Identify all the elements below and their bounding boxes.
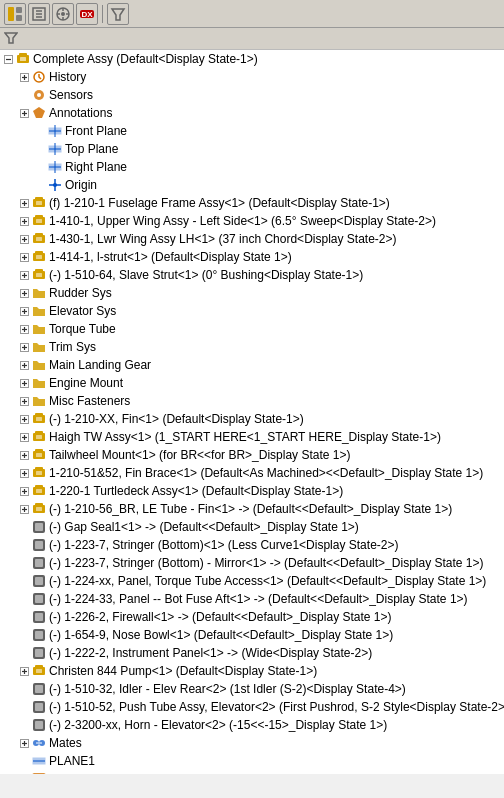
tree-item[interactable]: 1-410-1, Upper Wing Assy - Left Side<1> … bbox=[0, 212, 504, 230]
tree-item[interactable]: Complete Assy (Default<Display State-1>) bbox=[0, 50, 504, 68]
tree-expand-btn[interactable] bbox=[18, 323, 30, 335]
tree-item[interactable]: Sensors bbox=[0, 86, 504, 104]
tree-item[interactable]: (-) 2-3200-xx, Horn - Elevator<2> (-15<<… bbox=[0, 716, 504, 734]
tree-item[interactable]: (-) 1-510-64, Slave Strut<1> (0° Bushing… bbox=[0, 266, 504, 284]
tree-item[interactable]: Rudder Sys bbox=[0, 284, 504, 302]
tree-item[interactable]: (-) 1-224-xx, Panel, Torque Tube Access<… bbox=[0, 572, 504, 590]
tree-expand-btn[interactable] bbox=[34, 179, 46, 191]
tree-expand-btn[interactable] bbox=[18, 719, 30, 731]
tree-expand-btn[interactable] bbox=[18, 593, 30, 605]
tree-expand-btn[interactable] bbox=[18, 233, 30, 245]
tree-expand-btn[interactable] bbox=[18, 197, 30, 209]
tree-expand-btn[interactable] bbox=[18, 89, 30, 101]
tree-item[interactable]: 1-414-1, l-strut<1> (Default<Display Sta… bbox=[0, 248, 504, 266]
tree-item[interactable]: 1-210-51&52, Fin Brace<1> (Default<As Ma… bbox=[0, 464, 504, 482]
tree-item[interactable]: Front Plane bbox=[0, 122, 504, 140]
tree-expand-btn[interactable] bbox=[18, 647, 30, 659]
tree-expand-btn[interactable] bbox=[18, 773, 30, 774]
tree-item[interactable]: (-) 1-222-2, Instrument Panel<1> -> (Wid… bbox=[0, 644, 504, 662]
tree-item[interactable]: (-) 1-223-7, Stringer (Bottom) - Mirror<… bbox=[0, 554, 504, 572]
tree-expand-btn[interactable] bbox=[18, 431, 30, 443]
tree-item-label: History bbox=[49, 69, 86, 85]
tree-expand-btn[interactable] bbox=[18, 737, 30, 749]
tree-expand-btn[interactable] bbox=[34, 161, 46, 173]
tree-item[interactable]: Elevator Sys bbox=[0, 302, 504, 320]
tree-expand-btn[interactable] bbox=[18, 251, 30, 263]
tree-item-label: (-) 1-654-9, Nose Bowl<1> (Default<<Defa… bbox=[49, 627, 393, 643]
tree-expand-btn[interactable] bbox=[18, 359, 30, 371]
tree-item[interactable]: Top Plane bbox=[0, 140, 504, 158]
tree-item[interactable]: Tailwheel Mount<1> (for BR<<for BR>_Disp… bbox=[0, 446, 504, 464]
tree-item[interactable]: Origin bbox=[0, 176, 504, 194]
tree-expand-btn[interactable] bbox=[18, 413, 30, 425]
tree-item[interactable]: (-) 1-226-2, Firewall<1> -> (Default<<De… bbox=[0, 608, 504, 626]
feature-manager-btn[interactable] bbox=[4, 3, 26, 25]
tree-item[interactable]: Torque Tube bbox=[0, 320, 504, 338]
tree-expand-btn[interactable] bbox=[34, 125, 46, 137]
tree-expand-btn[interactable] bbox=[18, 539, 30, 551]
tree-expand-btn[interactable] bbox=[18, 629, 30, 641]
tree-item[interactable]: 3DSketch1 bbox=[0, 770, 504, 774]
tree-expand-btn[interactable] bbox=[18, 665, 30, 677]
tree-item[interactable]: (f) 1-210-1 Fuselage Frame Assy<1> (Defa… bbox=[0, 194, 504, 212]
tree-item[interactable]: Main Landing Gear bbox=[0, 356, 504, 374]
tree-item[interactable]: (-) Gap Seal1<1> -> (Default<<Default>_D… bbox=[0, 518, 504, 536]
tree-expand-btn[interactable] bbox=[18, 683, 30, 695]
tree-item[interactable]: Christen 844 Pump<1> (Default<Display St… bbox=[0, 662, 504, 680]
tree-item-icon bbox=[15, 51, 31, 67]
tree-expand-btn[interactable] bbox=[18, 611, 30, 623]
tree-item[interactable]: Mates bbox=[0, 734, 504, 752]
tree-item[interactable]: Trim Sys bbox=[0, 338, 504, 356]
tree-expand-btn[interactable] bbox=[18, 521, 30, 533]
tree-item[interactable]: Engine Mount bbox=[0, 374, 504, 392]
tree-item[interactable]: PLANE1 bbox=[0, 752, 504, 770]
tree-item[interactable]: (-) 1-210-56_BR, LE Tube - Fin<1> -> (De… bbox=[0, 500, 504, 518]
config-manager-btn[interactable] bbox=[52, 3, 74, 25]
tree-item-icon bbox=[31, 501, 47, 517]
tree-item[interactable]: 1-430-1, Lwr Wing Assy LH<1> (37 inch Ch… bbox=[0, 230, 504, 248]
filter-btn[interactable] bbox=[107, 3, 129, 25]
tree-expand-btn[interactable] bbox=[18, 449, 30, 461]
tree-expand-btn[interactable] bbox=[18, 503, 30, 515]
tree-expand-btn[interactable] bbox=[18, 395, 30, 407]
tree-item[interactable]: (-) 1-510-52, Push Tube Assy, Elevator<2… bbox=[0, 698, 504, 716]
tree-item[interactable]: Misc Fasteners bbox=[0, 392, 504, 410]
tree-item[interactable]: (-) 1-654-9, Nose Bowl<1> (Default<<Defa… bbox=[0, 626, 504, 644]
tree-expand-btn[interactable] bbox=[18, 557, 30, 569]
tree-indent bbox=[0, 771, 18, 774]
tree-item[interactable]: Right Plane bbox=[0, 158, 504, 176]
tree-indent bbox=[0, 519, 18, 535]
svg-rect-49 bbox=[36, 201, 42, 205]
tree-item[interactable]: (-) 1-510-32, Idler - Elev Rear<2> (1st … bbox=[0, 680, 504, 698]
svg-rect-72 bbox=[35, 269, 43, 272]
tree-item[interactable]: 1-220-1 Turtledeck Assy<1> (Default<Disp… bbox=[0, 482, 504, 500]
dimxpert-btn[interactable]: DX bbox=[76, 3, 98, 25]
tree-expand-btn[interactable] bbox=[18, 305, 30, 317]
tree-expand-btn[interactable] bbox=[18, 755, 30, 767]
tree-expand-btn[interactable] bbox=[18, 287, 30, 299]
tree-expand-btn[interactable] bbox=[18, 377, 30, 389]
tree-expand-btn[interactable] bbox=[18, 71, 30, 83]
tree-item-label: 1-410-1, Upper Wing Assy - Left Side<1> … bbox=[49, 213, 436, 229]
tree-item[interactable]: Annotations bbox=[0, 104, 504, 122]
tree-expand-btn[interactable] bbox=[18, 467, 30, 479]
tree-item[interactable]: Haigh TW Assy<1> (1_START HERE<1_START H… bbox=[0, 428, 504, 446]
tree-expand-btn[interactable] bbox=[18, 269, 30, 281]
tree-item[interactable]: (-) 1-210-XX, Fin<1> (Default<Display St… bbox=[0, 410, 504, 428]
property-manager-btn[interactable] bbox=[28, 3, 50, 25]
tree-expand-btn[interactable] bbox=[34, 143, 46, 155]
tree-item[interactable]: History bbox=[0, 68, 504, 86]
tree-expand-btn[interactable] bbox=[18, 215, 30, 227]
tree-expand-btn[interactable] bbox=[18, 107, 30, 119]
tree-item[interactable]: (-) 1-223-7, Stringer (Bottom)<1> (Less … bbox=[0, 536, 504, 554]
tree-expand-btn[interactable] bbox=[18, 701, 30, 713]
tree-expand-btn[interactable] bbox=[18, 485, 30, 497]
tree-expand-btn[interactable] bbox=[18, 341, 30, 353]
tree-container[interactable]: Complete Assy (Default<Display State-1>)… bbox=[0, 50, 504, 774]
tree-item-label: Origin bbox=[65, 177, 97, 193]
tree-expand-btn[interactable] bbox=[18, 575, 30, 587]
tree-indent bbox=[0, 681, 18, 697]
tree-item[interactable]: (-) 1-224-33, Panel -- Bot Fuse Aft<1> -… bbox=[0, 590, 504, 608]
tree-item-label: (-) Gap Seal1<1> -> (Default<<Default>_D… bbox=[49, 519, 359, 535]
tree-expand-btn[interactable] bbox=[2, 53, 14, 65]
